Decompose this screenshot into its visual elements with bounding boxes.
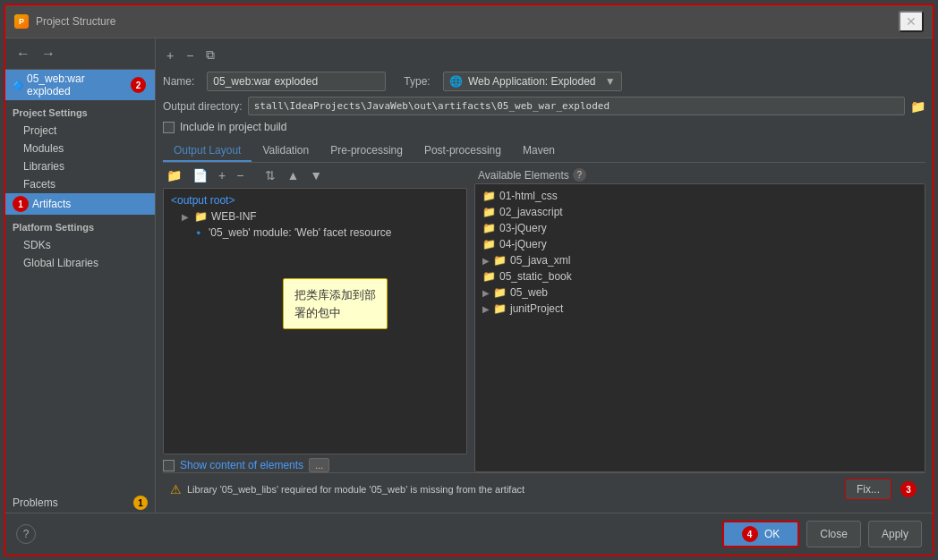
badge-3: 3 (900, 481, 917, 497)
tabs-row: Output Layout Validation Pre-processing … (163, 140, 925, 163)
project-settings-title: Project Settings (5, 100, 155, 122)
arrow-icon-08: ▶ (482, 304, 490, 314)
tree-remove-button[interactable]: − (233, 166, 247, 184)
browse-folder-button[interactable]: 📁 (910, 99, 925, 114)
tab-validation[interactable]: Validation (252, 140, 320, 162)
help-button[interactable]: ? (16, 524, 36, 544)
available-right: Available Elements ? 📁 01-html_css 📁 02_… (474, 166, 925, 472)
ok-button[interactable]: 4 OK (722, 521, 800, 547)
warning-row: ⚠ Library '05_web_libs' required for mod… (163, 472, 925, 505)
sidebar: ← → 🔷 05_web:war exploded 2 Project Sett… (5, 38, 156, 513)
forward-button[interactable]: → (38, 44, 59, 64)
webinf-label: WEB-INF (211, 210, 257, 223)
close-dialog-button[interactable]: Close (806, 521, 861, 547)
tree-down-button[interactable]: ▼ (306, 166, 326, 184)
include-row: Include in project build (163, 121, 925, 133)
folder-icon-04: 📁 (482, 238, 496, 250)
artifact-icon: 🔷 (13, 81, 23, 90)
avail-item-02-javascript[interactable]: 📁 02_javascript (479, 204, 921, 220)
sidebar-item-libraries[interactable]: Libraries (5, 157, 155, 175)
tree-up-button[interactable]: ▲ (283, 166, 303, 184)
window-close-button[interactable]: ✕ (899, 11, 924, 32)
type-select[interactable]: 🌐 Web Application: Exploded ▼ (443, 72, 622, 91)
available-items: 📁 01-html_css 📁 02_javascript 📁 03-jQuer… (474, 183, 925, 472)
sidebar-item-project[interactable]: Project (5, 122, 155, 140)
sidebar-item-modules[interactable]: Modules (5, 140, 155, 157)
dropdown-arrow-icon: ▼ (605, 75, 616, 88)
main-content: ← → 🔷 05_web:war exploded 2 Project Sett… (5, 38, 933, 513)
tab-output-layout[interactable]: Output Layout (163, 140, 252, 162)
avail-item-04-jquery[interactable]: 📁 04-jQuery (479, 236, 921, 252)
name-type-row: Name: Type: 🌐 Web Application: Exploded … (163, 72, 925, 91)
tree-add-button[interactable]: + (215, 166, 229, 184)
avail-item-01-html-css[interactable]: 📁 01-html_css (479, 188, 921, 204)
tree-item-webinf[interactable]: ▶ 📁 WEB-INF (167, 208, 463, 225)
tree-sort-button[interactable]: ⇅ (261, 166, 279, 184)
tab-preprocessing[interactable]: Pre-processing (320, 140, 414, 162)
copy-button[interactable]: ⧉ (202, 46, 218, 64)
avail-item-05-java-xml[interactable]: ▶ 📁 05_java_xml (479, 252, 921, 268)
available-elements-header: Available Elements ? (474, 166, 925, 183)
output-dir-input[interactable] (248, 97, 905, 115)
sidebar-item-sdks[interactable]: SDKs (5, 236, 155, 254)
artifacts-label: Artifacts (32, 198, 71, 210)
fix-button[interactable]: Fix... (845, 479, 891, 500)
content-toolbar: + − ⧉ (163, 46, 925, 64)
tree-file-button[interactable]: 📄 (189, 166, 211, 184)
sidebar-item-facets[interactable]: Facets (5, 175, 155, 193)
tooltip: 把类库添加到部署的包中 (283, 278, 388, 329)
content-area: + − ⧉ Name: Type: 🌐 Web Application: Exp… (156, 38, 933, 513)
layout-toolbar: 📁 📄 + − ⇅ ▲ ▼ (163, 166, 467, 184)
include-checkbox[interactable] (163, 122, 175, 133)
tree-item-output-root[interactable]: <output root> (167, 192, 463, 208)
platform-settings-title: Platform Settings (5, 215, 155, 236)
type-label: Type: (404, 75, 430, 88)
add-button[interactable]: + (163, 47, 177, 64)
avail-item-05-web[interactable]: ▶ 📁 05_web (479, 284, 921, 301)
back-button[interactable]: ← (13, 44, 34, 64)
app-icon: P (14, 14, 29, 29)
sidebar-item-artifacts[interactable]: 1 Artifacts (5, 193, 155, 215)
tab-postprocessing[interactable]: Post-processing (414, 140, 512, 162)
problems-row[interactable]: Problems 1 (5, 493, 155, 513)
avail-item-03-jquery[interactable]: 📁 03-jQuery (479, 220, 921, 236)
show-content-checkbox[interactable] (163, 460, 175, 471)
available-help-icon[interactable]: ? (573, 168, 586, 182)
bottom-buttons: 4 OK Close Apply (722, 521, 922, 547)
show-content-label[interactable]: Show content of elements (180, 459, 303, 471)
remove-button[interactable]: − (183, 47, 197, 64)
badge-4: 4 (742, 526, 758, 542)
arrow-icon-07: ▶ (482, 288, 490, 298)
folder-icon-06: 📁 (482, 270, 496, 283)
layout-area: 📁 📄 + − ⇅ ▲ ▼ <output root> (163, 166, 925, 472)
name-input[interactable] (207, 72, 386, 91)
name-label: Name: (163, 75, 194, 88)
sidebar-item-global-libraries[interactable]: Global Libraries (5, 254, 155, 272)
include-label: Include in project build (180, 121, 286, 133)
tree-item-web-module[interactable]: 🔹 '05_web' module: 'Web' facet resource (167, 225, 463, 241)
tree-folder-button[interactable]: 📁 (163, 166, 185, 184)
folder-icon: 📁 (194, 210, 208, 223)
bottom-bar: ? 4 OK Close Apply (5, 513, 933, 555)
folder-icon-08: 📁 (493, 302, 507, 315)
tab-maven[interactable]: Maven (512, 140, 566, 162)
badge-1: 1 (13, 196, 29, 212)
folder-icon-05: 📁 (493, 254, 507, 267)
apply-button[interactable]: Apply (868, 521, 922, 547)
project-structure-dialog: P Project Structure ✕ ← → 🔷 05_web:war e… (4, 4, 934, 556)
folder-icon-01: 📁 (482, 190, 496, 202)
selected-artifact-item[interactable]: 🔷 05_web:war exploded 2 (5, 70, 155, 100)
arrow-icon: ▶ (182, 212, 191, 222)
avail-item-05-static-book[interactable]: 📁 05_static_book (479, 268, 921, 284)
web-module-label: '05_web' module: 'Web' facet resource (209, 226, 391, 239)
tooltip-text: 把类库添加到部署的包中 (294, 288, 376, 319)
type-value: Web Application: Exploded (468, 75, 596, 88)
avail-item-junit-project[interactable]: ▶ 📁 junitProject (479, 301, 921, 317)
warning-icon: ⚠ (170, 482, 182, 496)
show-content-dots-button[interactable]: ... (309, 458, 329, 472)
dialog-title: Project Structure (36, 15, 115, 28)
nav-buttons: ← → (5, 38, 155, 70)
output-root-label: <output root> (171, 194, 234, 207)
output-dir-label: Output directory: (163, 100, 243, 113)
output-dir-row: Output directory: 📁 (163, 97, 925, 115)
